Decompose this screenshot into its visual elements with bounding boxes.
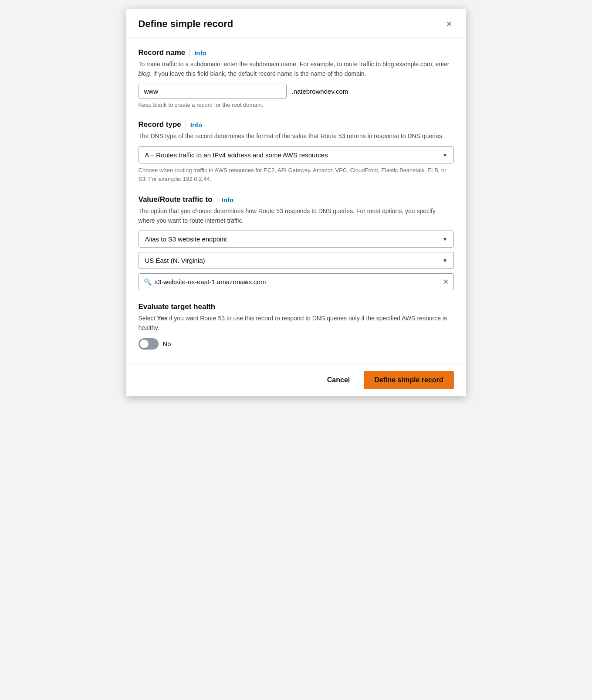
value-route-description: The option that you choose determines ho… bbox=[139, 207, 454, 225]
toggle-slider bbox=[139, 338, 159, 350]
record-type-label: Record type bbox=[139, 120, 181, 129]
toggle-row: No bbox=[139, 338, 454, 350]
modal-footer: Cancel Define simple record bbox=[126, 364, 466, 396]
label-divider-2 bbox=[186, 121, 186, 129]
cancel-button[interactable]: Cancel bbox=[320, 373, 357, 387]
record-name-label-row: Record name Info bbox=[139, 48, 454, 57]
evaluate-health-toggle[interactable] bbox=[139, 338, 159, 350]
define-record-button[interactable]: Define simple record bbox=[364, 371, 453, 389]
search-clear-button[interactable]: ✕ bbox=[443, 279, 449, 285]
record-name-hint: Keep blank to create a record for the ro… bbox=[139, 102, 454, 108]
close-button[interactable]: × bbox=[445, 17, 454, 31]
value-route-label: Value/Route traffic to bbox=[139, 195, 213, 204]
record-type-info-link[interactable]: Info bbox=[190, 121, 203, 129]
evaluate-health-label: Evaluate target health bbox=[139, 302, 216, 311]
modal-body: Record name Info To route traffic to a s… bbox=[126, 38, 466, 364]
record-name-description: To route traffic to a subdomain, enter t… bbox=[139, 60, 454, 78]
region-select-wrapper: US East (N. Virginia) US East (Ohio) US … bbox=[139, 252, 454, 269]
value-route-info-link[interactable]: Info bbox=[222, 196, 234, 204]
record-name-input-row: .natebrowndev.com bbox=[139, 84, 454, 99]
evaluate-health-section: Evaluate target health Select Yes if you… bbox=[139, 302, 454, 349]
record-type-label-row: Record type Info bbox=[139, 120, 454, 129]
record-type-hint: Choose when routing traffic to AWS resou… bbox=[139, 166, 454, 183]
record-type-description: The DNS type of the record determines th… bbox=[139, 132, 454, 141]
endpoint-search-input[interactable] bbox=[139, 273, 454, 290]
toggle-label: No bbox=[163, 340, 171, 347]
alias-select-wrapper: Alias to S3 website endpoint IP address … bbox=[139, 231, 454, 248]
domain-suffix: .natebrowndev.com bbox=[292, 88, 348, 95]
record-type-section: Record type Info The DNS type of the rec… bbox=[139, 120, 454, 183]
alias-select[interactable]: Alias to S3 website endpoint IP address … bbox=[139, 231, 454, 248]
record-name-label: Record name bbox=[139, 48, 186, 57]
define-simple-record-modal: Define simple record × Record name Info … bbox=[126, 9, 466, 396]
record-type-select[interactable]: A – Routes traffic to an IPv4 address an… bbox=[139, 146, 454, 163]
modal-header: Define simple record × bbox=[126, 9, 466, 38]
label-divider-3 bbox=[217, 196, 217, 204]
region-select[interactable]: US East (N. Virginia) US East (Ohio) US … bbox=[139, 252, 454, 269]
endpoint-search-wrapper: 🔍 ✕ bbox=[139, 273, 454, 290]
record-name-info-link[interactable]: Info bbox=[194, 49, 206, 57]
modal-title: Define simple record bbox=[139, 18, 233, 30]
value-route-label-row: Value/Route traffic to Info bbox=[139, 195, 454, 204]
label-divider bbox=[189, 49, 190, 57]
value-route-section: Value/Route traffic to Info The option t… bbox=[139, 195, 454, 290]
route-selects-container: Alias to S3 website endpoint IP address … bbox=[139, 231, 454, 290]
record-type-select-wrapper: A – Routes traffic to an IPv4 address an… bbox=[139, 146, 454, 163]
record-name-section: Record name Info To route traffic to a s… bbox=[139, 48, 454, 108]
evaluate-health-label-row: Evaluate target health bbox=[139, 302, 454, 311]
record-name-input[interactable] bbox=[139, 84, 287, 99]
evaluate-health-description: Select Yes if you want Route 53 to use t… bbox=[139, 314, 454, 333]
